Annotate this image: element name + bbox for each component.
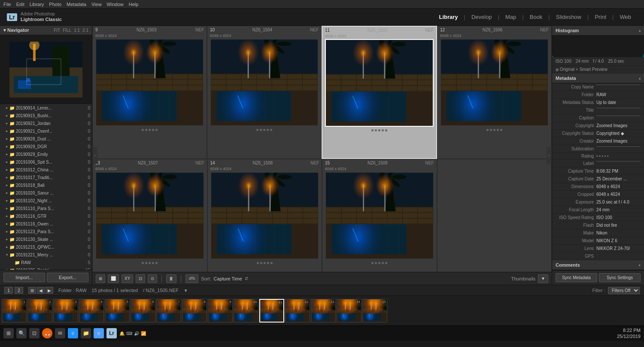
filmstrip-thumb[interactable]: 12 [285,299,310,323]
meta-label-value[interactable] [596,161,641,161]
nav-develop[interactable]: Develop [465,14,498,20]
filmstrip-thumb[interactable]: 15 [362,299,387,323]
folder-item[interactable]: ▸ 📁 20191130_Skate ... 0 [0,235,92,243]
export-button[interactable]: Export... [47,273,88,282]
taskbar-firefox-button[interactable]: 🦊 [42,328,52,338]
nav-book[interactable]: Book [524,14,549,20]
meta-sublocation-value[interactable] [596,146,641,147]
folder-item[interactable]: ▸ 📁 20191102_Night ... 0 [0,197,92,204]
sync-settings-button[interactable]: Sync Settings [599,273,641,282]
menu-metadata[interactable]: Metadata [67,2,86,7]
compare-view-button[interactable]: XY [122,274,133,283]
menu-view[interactable]: View [91,2,102,7]
grid-cell[interactable]: 10 NZ6_1504 NEF 6048 x 4024 [207,26,322,159]
taskbar-ie2-button[interactable]: e [94,328,104,338]
filmstrip-thumb[interactable]: 4 [79,299,104,323]
folder-item[interactable]: ▸ 📁 20191006_Spit S... 0 [0,158,92,166]
menu-library[interactable]: Library [30,2,44,7]
comments-header[interactable]: Comments ▸ [552,260,644,270]
folder-item[interactable]: ▸ 📁 20191116_GTR 0 [0,212,92,220]
filmstrip-thumb[interactable]: 11 [259,299,284,323]
nav-slideshow[interactable]: Slideshow [550,14,587,20]
nav-library[interactable]: Library [433,14,464,20]
folder-item[interactable]: ▸ 📁 20191110_Para S... 0 [0,204,92,212]
taskbar-search-button[interactable]: 🔍 [16,328,27,338]
navigator-header[interactable]: ▾ Navigator FIT FILL 1:1 2:1 [0,26,92,35]
grid-view-button[interactable]: ⊞ [96,274,105,283]
nav-arrow-prev[interactable]: ◀ [37,287,45,294]
fit-option-2-1[interactable]: 2:1 [82,28,88,33]
filmstrip-thumb[interactable]: 1 [2,299,27,323]
filmstrip-thumb[interactable]: 5 [105,299,130,323]
filmstrip-thumb[interactable]: 7 [156,299,181,323]
import-button[interactable]: Import... [3,273,45,282]
menu-photo[interactable]: Photo [49,2,61,7]
page-btn-1[interactable]: 1 [4,287,13,294]
metadata-section-header[interactable]: Metadata ▴ [552,73,644,83]
nav-map[interactable]: Map [499,14,522,20]
grid-cell[interactable]: 15 NZ6_1509 NEF 6048 x 4024 [322,159,437,272]
folder-item[interactable]: ▸ 📁 20190914_Lemo... 0 [0,104,92,112]
folder-item[interactable]: ▸ 📁 20190915_Bushi... 0 [0,112,92,119]
folder-item[interactable]: 📁 RAW 5 [0,259,92,266]
sort-direction[interactable]: ⇵ [245,276,248,281]
folder-item[interactable]: ▸ 📁 20191123_Para S... 0 [0,228,92,235]
filter-select[interactable]: Filters Off [608,287,640,294]
filmstrip-thumb[interactable]: 14 [337,299,361,323]
sort-value[interactable]: Capture Time [214,276,242,281]
filmstrip-thumb[interactable]: 10 [234,299,258,323]
meta-copyname-value[interactable] [596,84,641,85]
left-panel-collapse[interactable]: ‹ [92,147,97,164]
metadata-expand[interactable]: ▴ [639,76,641,80]
folder-item[interactable]: ▸ 📁 20190928_Dust ... 0 [0,135,92,143]
meta-rating-stars[interactable]: • • • • • [596,154,609,158]
folder-item[interactable]: ▸ 📁 20190921_Jordan 0 [0,119,92,127]
nav-arrow-left[interactable]: ⊞ [28,287,36,294]
grid-cell[interactable]: 12 NZ6_1506 NEF 6048 x 4024 [437,26,552,159]
taskbar-email-button[interactable]: ✉ [55,328,65,338]
folder-item[interactable]: ▸ 📁 20191018_Bali 0 [0,181,92,189]
grid-cell[interactable]: 11 NZ6_1505 NEF 6048 x 4024 [322,26,437,159]
grid-cell[interactable]: 13 NZ6_1507 NEF 6048 x 4024 [92,159,207,272]
menu-file[interactable]: File [3,2,11,7]
filmstrip-thumb[interactable]: 6 [131,299,155,323]
nav-web[interactable]: Web [614,14,638,20]
folder-item[interactable]: ▸ 📁 20191215_QPWC... 0 [0,243,92,251]
folder-item[interactable]: ▸ 📁 20190921_Oxenf... 0 [0,127,92,135]
histogram-expand[interactable]: ▴ [639,29,641,33]
fit-option-fill[interactable]: FILL [63,28,71,33]
taskbar-lr-button[interactable]: Lr [106,328,117,338]
file-dropdown[interactable]: ▼ [184,288,188,293]
delete-button[interactable]: 🗑 [166,274,176,283]
nav-arrow-next[interactable]: ▶ [46,287,53,294]
menu-window[interactable]: Window [107,2,124,7]
loupe-view-button[interactable]: ⬜ [108,274,119,283]
folder-item[interactable]: ▾ 📁 20191221_Merry ... 0 [0,251,92,259]
meta-title-value[interactable] [596,107,641,108]
thumbnail-size-button[interactable]: ▼ [538,274,548,283]
taskbar-apps-button[interactable]: ⊡ [29,328,39,338]
filmstrip-thumb[interactable]: 9 [208,299,233,323]
comments-expand[interactable]: ▸ [639,263,641,267]
histogram-header[interactable]: Histogram ▴ [552,26,644,36]
folder-item[interactable]: ▸ 📁 20191020_Sanur ... 0 [0,189,92,197]
right-panel-collapse[interactable]: › [547,147,552,164]
folder-item[interactable]: ▸ 📁 20190929_Emily 0 [0,150,92,158]
survey-view-button[interactable]: ⊡ [136,274,145,283]
rotate-button[interactable]: ↺↻ [185,274,198,283]
folder-item[interactable]: ▸ 📁 20191012_China ... 0 [0,166,92,174]
grid-cell[interactable]: 14 NZ6_1508 NEF 6048 x 4024 [207,159,322,272]
fit-option-1-1[interactable]: 1:1 [74,28,80,33]
taskbar-windows-button[interactable]: ⊞ [3,328,14,338]
folder-item[interactable]: ▾ 📁 20191225_Poolsi... 15 [0,266,92,270]
folder-item[interactable]: ▸ 📁 20191017_Traditi... 0 [0,174,92,181]
grid-cell[interactable]: 9 NZ6_1503 NEF 6048 x 4024 [92,26,207,159]
page-btn-2[interactable]: 2 [15,287,23,294]
folder-item[interactable]: ▸ 📁 20191116_Owen ... 0 [0,220,92,228]
folder-item[interactable]: ▸ 📁 20190929_DGR 0 [0,143,92,150]
fit-option-fit[interactable]: FIT [54,28,60,33]
grid-cell[interactable] [437,159,552,272]
menu-edit[interactable]: Edit [16,2,24,7]
filmstrip-thumb[interactable]: 3 [53,299,78,323]
filmstrip-thumb[interactable]: 13 [311,299,336,323]
